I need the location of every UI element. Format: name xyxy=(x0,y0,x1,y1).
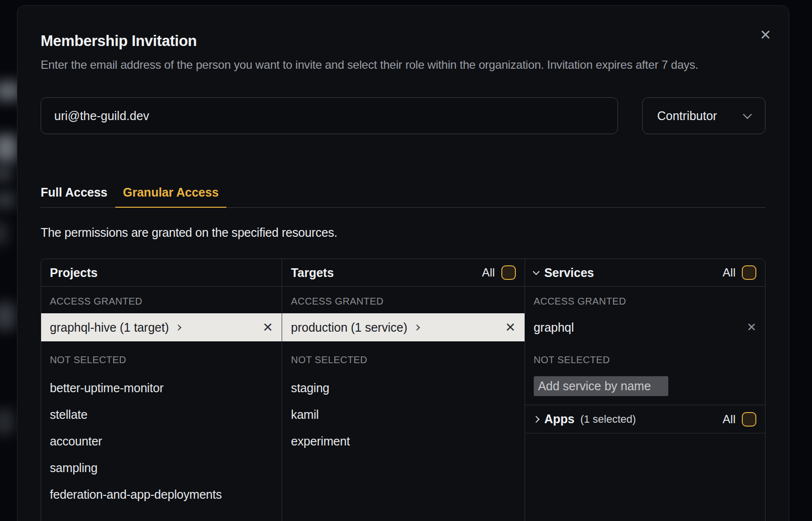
email-input[interactable] xyxy=(41,97,618,134)
backdrop-blur-artifact xyxy=(0,192,15,208)
access-granted-label: ACCESS GRANTED xyxy=(525,287,765,307)
services-all-checkbox[interactable] xyxy=(742,265,756,280)
projects-header-label: Projects xyxy=(50,266,98,280)
not-selected-label: NOT SELECTED xyxy=(525,341,765,366)
backdrop-blur-artifact xyxy=(0,222,7,245)
backdrop-blur-artifact xyxy=(0,168,12,180)
access-granted-label: ACCESS GRANTED xyxy=(282,287,524,307)
add-service-input[interactable] xyxy=(534,376,668,396)
apps-all-checkbox[interactable] xyxy=(742,412,756,427)
services-all-group: All xyxy=(722,265,756,280)
selected-target-row[interactable]: production (1 service) ✕ xyxy=(282,313,524,341)
backdrop-blur-artifact xyxy=(0,409,14,434)
selected-target-label: production (1 service) xyxy=(291,321,407,335)
apps-all-group: All xyxy=(722,412,756,427)
projects-column-header: Projects xyxy=(41,259,282,287)
tab-granular-access[interactable]: Granular Access xyxy=(115,185,226,207)
target-item[interactable]: staging xyxy=(282,375,524,401)
targets-header-label: Targets xyxy=(291,266,333,280)
not-selected-label: NOT SELECTED xyxy=(282,341,524,366)
projects-column: Projects ACCESS GRANTED graphql-hive (1 … xyxy=(41,259,282,521)
chevron-down-icon xyxy=(533,268,540,275)
all-label: All xyxy=(482,266,495,279)
targets-column: Targets All ACCESS GRANTED production (1… xyxy=(282,259,525,521)
resources-table: Projects ACCESS GRANTED graphql-hive (1 … xyxy=(41,259,766,521)
apps-section-label: Apps xyxy=(544,412,575,426)
targets-all-group: All xyxy=(482,265,516,280)
remove-service-button[interactable]: ✕ xyxy=(747,322,756,333)
all-label: All xyxy=(722,266,736,279)
target-item[interactable]: experiment xyxy=(282,428,524,455)
project-item[interactable]: stellate xyxy=(41,401,282,428)
project-item[interactable]: better-uptime-monitor xyxy=(41,375,282,401)
apps-selected-count: (1 selected) xyxy=(580,413,636,426)
dialog-title: Membership Invitation xyxy=(41,6,766,50)
close-button[interactable]: ✕ xyxy=(755,24,776,46)
chevron-right-icon xyxy=(533,415,540,422)
remove-target-button[interactable]: ✕ xyxy=(505,321,516,334)
role-select-value: Contributor xyxy=(657,109,717,123)
selected-project-row[interactable]: graphql-hive (1 target) ✕ xyxy=(41,313,282,341)
tab-full-access[interactable]: Full Access xyxy=(41,185,115,207)
services-column-header[interactable]: Services All xyxy=(525,259,765,287)
close-icon: ✕ xyxy=(760,27,771,43)
chevron-right-icon xyxy=(175,324,181,331)
chevron-right-icon xyxy=(414,324,420,331)
selected-project-label: graphql-hive (1 target) xyxy=(50,321,169,335)
services-header-toggle[interactable]: Services xyxy=(534,266,594,280)
role-select[interactable]: Contributor xyxy=(642,97,766,134)
granted-service-label: graphql xyxy=(534,321,574,335)
access-granted-label: ACCESS GRANTED xyxy=(41,287,282,307)
targets-column-header: Targets All xyxy=(282,259,524,287)
membership-invitation-dialog: ✕ Membership Invitation Enter the email … xyxy=(17,5,789,521)
access-tabs: Full Access Granular Access xyxy=(41,185,766,208)
targets-not-selected-list: staging kamil experiment xyxy=(282,366,524,455)
targets-all-checkbox[interactable] xyxy=(501,265,516,280)
backdrop-blur-artifact xyxy=(0,303,15,330)
target-item[interactable]: kamil xyxy=(282,401,524,428)
project-item[interactable]: federation-and-app-deployments xyxy=(41,481,282,508)
chevron-down-icon xyxy=(743,110,752,119)
apps-section-toggle[interactable]: Apps (1 selected) All xyxy=(525,405,765,433)
project-item[interactable]: accounter xyxy=(41,428,282,455)
not-selected-label: NOT SELECTED xyxy=(41,341,282,366)
services-header-label: Services xyxy=(544,266,594,280)
project-item[interactable]: sampling xyxy=(41,455,282,481)
dialog-description: Enter the email address of the person yo… xyxy=(41,56,766,73)
backdrop-blur-artifact xyxy=(0,135,17,162)
remove-project-button[interactable]: ✕ xyxy=(263,321,273,334)
services-column: Services All ACCESS GRANTED graphql ✕ NO… xyxy=(525,259,765,521)
all-label: All xyxy=(722,413,736,426)
granted-service-row: graphql ✕ xyxy=(525,313,765,341)
permissions-note: The permissions are granted on the speci… xyxy=(41,226,766,240)
projects-not-selected-list: better-uptime-monitor stellate accounter… xyxy=(41,366,282,508)
invite-form-row: Contributor xyxy=(41,97,766,134)
